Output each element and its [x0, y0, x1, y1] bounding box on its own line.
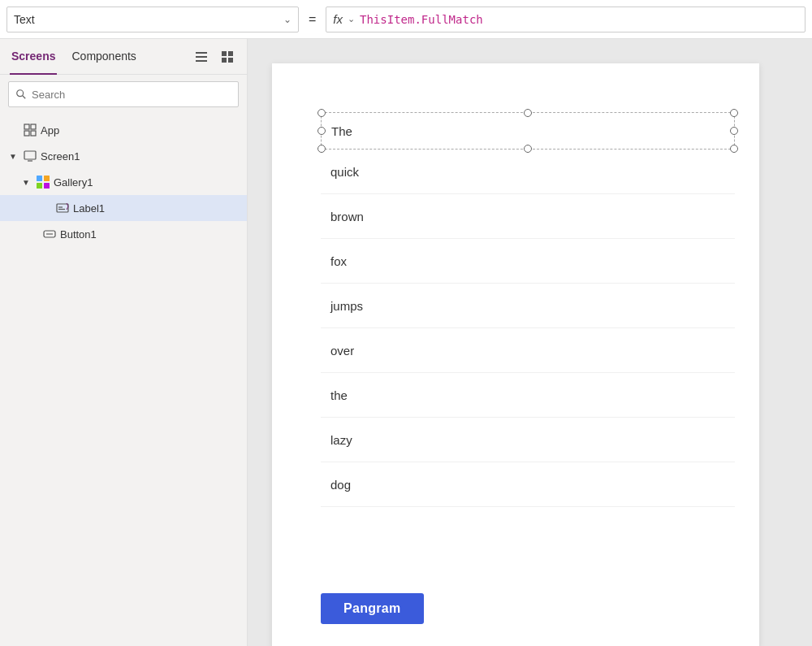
main-layout: Screens Components	[0, 39, 812, 646]
handle-ml[interactable]	[317, 127, 326, 135]
label1-expand-placeholder	[39, 202, 52, 215]
tree-label-label1: Label1	[73, 202, 105, 215]
svg-rect-9	[44, 176, 50, 181]
handle-tm[interactable]	[524, 109, 532, 117]
list-item: over	[321, 328, 735, 373]
tree-label-button1: Button1	[60, 228, 97, 241]
expand-placeholder	[6, 124, 19, 137]
label-icon	[55, 201, 70, 215]
svg-rect-12	[57, 204, 68, 212]
svg-line-1	[23, 96, 26, 99]
svg-point-0	[17, 90, 24, 97]
tree-label-screen1: Screen1	[41, 150, 80, 163]
app-icon	[23, 123, 37, 137]
tab-bar: Screens Components	[0, 39, 247, 75]
formula-bar[interactable]: fx ⌄ ThisItem.FullMatch	[326, 7, 806, 33]
tree-item-gallery1[interactable]: ▼ Gallery1	[0, 169, 247, 195]
gallery-words-list: quick brown fox jumps over the lazy dog	[321, 150, 735, 507]
canvas-area: The quick brown fox jumps over the lazy …	[248, 39, 812, 646]
svg-rect-11	[44, 183, 50, 189]
fx-chevron-icon: ⌄	[348, 14, 355, 24]
tree-item-button1[interactable]: Button1	[0, 221, 247, 247]
svg-rect-10	[37, 183, 42, 189]
equals-sign: =	[305, 12, 319, 27]
svg-rect-8	[37, 176, 42, 181]
tree-label-gallery1: Gallery1	[54, 176, 93, 189]
svg-rect-6	[24, 151, 36, 159]
tree-item-screen1[interactable]: ▼ Screen1	[0, 143, 247, 169]
list-view-icon[interactable]	[192, 47, 211, 67]
formula-expression: ThisItem.FullMatch	[360, 13, 483, 26]
tab-icon-group	[192, 47, 237, 67]
svg-rect-2	[24, 124, 29, 129]
tab-screens[interactable]: Screens	[10, 39, 57, 75]
gallery-first-item: The	[321, 112, 735, 153]
gallery-icon	[36, 175, 50, 189]
property-label: Text	[14, 13, 280, 26]
svg-rect-4	[24, 131, 29, 136]
selected-label-container[interactable]: The	[321, 112, 735, 150]
handle-tr[interactable]	[730, 109, 738, 117]
property-dropdown[interactable]: Text ⌄	[6, 7, 299, 33]
tab-components[interactable]: Components	[70, 39, 137, 75]
tree: App ▼ Screen1 ▼	[0, 114, 247, 646]
search-icon	[15, 89, 27, 100]
canvas-screen: The quick brown fox jumps over the lazy …	[272, 63, 759, 646]
list-item: lazy	[321, 418, 735, 462]
list-item: jumps	[321, 284, 735, 328]
tree-item-label1[interactable]: Label1	[0, 195, 247, 221]
list-item: dog	[321, 462, 735, 507]
list-item: the	[321, 373, 735, 418]
search-input[interactable]	[32, 89, 231, 101]
list-item: fox	[321, 239, 735, 284]
handle-mr[interactable]	[730, 127, 738, 135]
dropdown-arrow-icon: ⌄	[283, 14, 292, 25]
svg-rect-5	[31, 131, 36, 136]
left-panel: Screens Components	[0, 39, 248, 646]
tree-item-app[interactable]: App	[0, 117, 247, 143]
list-item: brown	[321, 194, 735, 239]
gallery1-expand-icon: ▼	[19, 176, 32, 189]
screen-icon	[23, 149, 37, 163]
fx-icon: fx	[333, 12, 343, 26]
button-icon	[42, 227, 57, 241]
first-word-label: The	[322, 124, 352, 138]
tree-label-app: App	[41, 124, 59, 137]
handle-tl[interactable]	[317, 109, 326, 117]
svg-rect-3	[31, 124, 36, 129]
button1-expand-placeholder	[26, 228, 39, 241]
list-item: quick	[321, 150, 735, 194]
search-bar	[8, 81, 239, 107]
grid-view-icon[interactable]	[218, 47, 237, 67]
pangram-button[interactable]: Pangram	[321, 593, 424, 624]
top-bar: Text ⌄ = fx ⌄ ThisItem.FullMatch	[0, 0, 812, 39]
screen1-expand-icon: ▼	[6, 150, 19, 163]
